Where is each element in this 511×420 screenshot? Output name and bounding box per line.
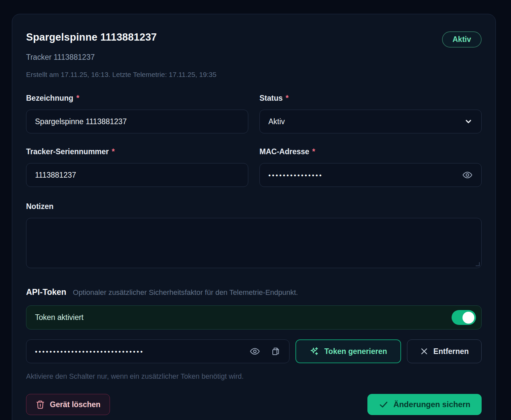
field-mac: MAC-Adresse* ••••••••••••••• — [259, 147, 482, 187]
token-controls-row: •••••••••••••••••••••••••••••• Token gen… — [26, 339, 482, 363]
chevron-down-icon — [464, 117, 473, 126]
toggle-knob — [462, 312, 474, 324]
token-hint-text: Aktiviere den Schalter nur, wenn ein zus… — [26, 372, 482, 381]
status-badge: Aktiv — [442, 31, 482, 48]
api-token-title: API-Token — [26, 287, 66, 297]
token-toggle-row: Token aktiviert — [26, 305, 482, 330]
generate-token-button[interactable]: Token generieren — [295, 339, 401, 363]
required-asterisk: * — [286, 94, 289, 102]
mac-label: MAC-Adresse* — [259, 147, 482, 156]
seriennummer-value: 1113881237 — [35, 171, 239, 180]
field-seriennummer: Tracker-Seriennummer* 1113881237 — [26, 147, 248, 187]
generate-token-label: Token generieren — [324, 347, 387, 356]
field-status: Status* Aktiv — [259, 94, 482, 133]
mac-masked-value: ••••••••••••••• — [268, 171, 462, 179]
mac-reveal-button[interactable] — [462, 170, 473, 180]
api-token-header: API-Token Optionaler zusätzlicher Sicher… — [26, 287, 482, 297]
form-grid: Bezeichnung* Spargelspinne 1113881237 St… — [26, 94, 482, 187]
bezeichnung-value: Spargelspinne 1113881237 — [35, 117, 239, 126]
api-token-description: Optionaler zusätzlicher Sicherheitsfakto… — [73, 288, 298, 297]
delete-device-button[interactable]: Gerät löschen — [26, 394, 110, 415]
mac-input[interactable]: ••••••••••••••• — [259, 163, 482, 187]
card-header: Spargelspinne 1113881237 Aktiv — [26, 31, 482, 48]
device-detail-card: Spargelspinne 1113881237 Aktiv Tracker 1… — [12, 14, 496, 420]
sparkles-icon — [309, 346, 319, 356]
bezeichnung-input[interactable]: Spargelspinne 1113881237 — [26, 110, 248, 133]
seriennummer-input[interactable]: 1113881237 — [26, 163, 248, 187]
token-reveal-button[interactable] — [250, 346, 260, 357]
resize-grip[interactable] — [476, 262, 480, 266]
required-asterisk: * — [112, 147, 115, 156]
save-changes-button[interactable]: Änderungen sichern — [367, 394, 482, 415]
copy-icon — [271, 346, 281, 356]
eye-icon — [462, 170, 473, 180]
status-selected-value: Aktiv — [268, 117, 464, 126]
delete-device-label: Gerät löschen — [50, 400, 100, 409]
remove-token-label: Entfernen — [433, 347, 469, 356]
token-toggle-label: Token aktiviert — [35, 313, 84, 322]
required-asterisk: * — [312, 147, 315, 156]
eye-icon — [250, 346, 260, 357]
x-icon — [420, 347, 428, 356]
status-label: Status* — [259, 94, 482, 103]
actions-row: Gerät löschen Änderungen sichern — [26, 394, 482, 415]
bezeichnung-label: Bezeichnung* — [26, 94, 248, 103]
token-masked-value: •••••••••••••••••••••••••••••• — [35, 348, 250, 355]
created-telemetry-meta: Erstellt am 17.11.25, 16:13. Letzte Tele… — [26, 71, 482, 79]
notizen-label: Notizen — [26, 202, 482, 211]
token-toggle-switch[interactable] — [452, 310, 476, 325]
save-changes-label: Änderungen sichern — [393, 400, 470, 409]
trash-icon — [36, 400, 45, 409]
field-notizen: Notizen — [26, 202, 482, 268]
field-bezeichnung: Bezeichnung* Spargelspinne 1113881237 — [26, 94, 248, 133]
notizen-textarea[interactable] — [26, 218, 482, 268]
seriennummer-label: Tracker-Seriennummer* — [26, 147, 248, 156]
token-input[interactable]: •••••••••••••••••••••••••••••• — [26, 339, 290, 363]
remove-token-button[interactable]: Entfernen — [407, 339, 482, 363]
status-select[interactable]: Aktiv — [259, 110, 482, 133]
page-title: Spargelspinne 1113881237 — [26, 31, 157, 43]
tracker-subtitle: Tracker 1113881237 — [26, 53, 482, 62]
check-icon — [379, 400, 389, 409]
token-copy-button[interactable] — [271, 346, 281, 356]
required-asterisk: * — [76, 94, 79, 102]
